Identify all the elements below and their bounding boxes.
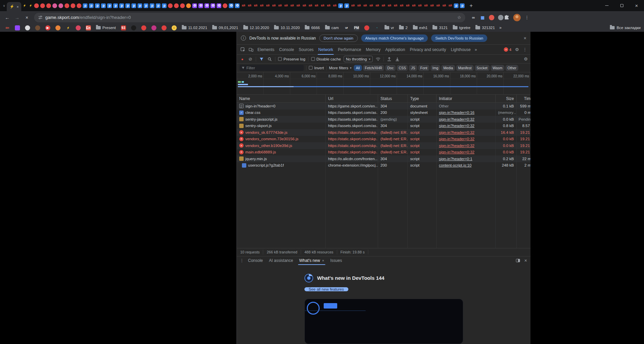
dont-show-again-button[interactable]: Don't show again: [319, 34, 358, 42]
match-language-button[interactable]: Always match Chrome's language: [361, 34, 428, 42]
browser-tab[interactable]: p: [344, 0, 350, 11]
filter-chip[interactable]: Img: [430, 65, 441, 71]
invert-checkbox[interactable]: Invert: [309, 66, 324, 70]
close-window-button[interactable]: ×: [629, 0, 644, 11]
column-header-initiator[interactable]: Initiator: [437, 95, 496, 102]
network-conditions-icon[interactable]: [375, 57, 381, 61]
browser-tab[interactable]: p: [94, 0, 100, 11]
browser-tab[interactable]: ЕЙ: [246, 0, 252, 11]
extension-icon[interactable]: ∞: [471, 15, 476, 20]
filter-chip[interactable]: Other: [505, 65, 518, 71]
bookmark-item[interactable]: 3121: [431, 24, 449, 31]
more-tabs-icon[interactable]: »: [473, 47, 479, 52]
browser-tab[interactable]: [46, 0, 52, 11]
bookmark-item[interactable]: [74, 24, 82, 31]
bookmark-item[interactable]: ▶: [44, 24, 52, 31]
extension-icon[interactable]: [498, 15, 503, 20]
browser-tab[interactable]: ЕЙ: [404, 0, 411, 11]
back-button[interactable]: ←: [3, 13, 12, 22]
filter-chip[interactable]: Manifest: [456, 65, 474, 71]
browser-tab[interactable]: Ф: [204, 0, 210, 11]
import-har-icon[interactable]: [387, 57, 392, 61]
browser-tab[interactable]: ЕЙ: [319, 0, 325, 11]
browser-tab[interactable]: ЕЙ: [411, 0, 417, 11]
close-tab-icon[interactable]: ×: [17, 5, 19, 9]
filter-input[interactable]: [246, 66, 302, 70]
initiator-link[interactable]: Other: [439, 104, 449, 108]
filter-chip[interactable]: Font: [418, 65, 429, 71]
device-toolbar-icon[interactable]: [247, 46, 255, 54]
network-request-row[interactable]: vendors_sk.677743de.js https://static.sk…: [237, 129, 530, 136]
browser-tab[interactable]: ЕЙ: [362, 0, 368, 11]
browser-tab[interactable]: p: [459, 0, 465, 11]
inspect-element-icon[interactable]: [239, 46, 247, 54]
devtools-tab[interactable]: Elements: [255, 45, 277, 55]
network-request-row[interactable]: sign-in?header=0 https://game.skport.com…: [237, 103, 530, 109]
extension-icon[interactable]: ▦: [480, 15, 485, 20]
browser-tab[interactable]: ЕЙ: [289, 0, 295, 11]
devtools-tab[interactable]: Application: [383, 45, 407, 55]
network-request-row[interactable]: vendors_common.73e30156.js https://stati…: [237, 136, 530, 143]
filter-chip[interactable]: JS: [409, 65, 417, 71]
bookmark-item[interactable]: 2: [398, 24, 409, 31]
devtools-tab[interactable]: Console: [277, 45, 296, 55]
column-header-url[interactable]: Url: [326, 95, 378, 102]
browser-tab[interactable]: ЕЙ: [301, 0, 307, 11]
bookmark-item[interactable]: 6666: [303, 24, 321, 31]
column-header-name[interactable]: Name: [237, 95, 326, 102]
bookmark-item[interactable]: [363, 24, 371, 31]
browser-tab[interactable]: ЕЙ: [423, 0, 429, 11]
browser-tab[interactable]: ЕЙ: [240, 0, 246, 11]
drawer-menu-icon[interactable]: ⋮: [239, 258, 245, 263]
browser-tab[interactable]: ⚡: [21, 0, 27, 11]
split-panel-icon[interactable]: [516, 259, 520, 262]
clear-network-log-icon[interactable]: ⊘: [248, 56, 253, 62]
minimize-button[interactable]: [599, 0, 614, 11]
browser-tab[interactable]: [70, 0, 76, 11]
browser-tab[interactable]: p: [143, 0, 149, 11]
browser-tab[interactable]: Ф: [228, 0, 234, 11]
bookmark-item[interactable]: ⚡: [64, 24, 72, 31]
drawer-tab[interactable]: AI assistance: [266, 256, 296, 265]
browser-tab[interactable]: p: [131, 0, 137, 11]
initiator-link[interactable]: sign-in?header=0:32: [439, 124, 474, 128]
network-overview[interactable]: [237, 79, 530, 95]
network-request-row[interactable]: main.edb68889.js https://static.skport.c…: [237, 149, 530, 156]
browser-tab[interactable]: ЕЙ: [398, 0, 404, 11]
bookmark-item[interactable]: 93: [120, 24, 127, 31]
bookmark-item[interactable]: EH: [3, 24, 11, 31]
bookmark-item[interactable]: En: [84, 24, 92, 31]
browser-tab[interactable]: [64, 0, 70, 11]
switch-language-button[interactable]: Switch DevTools to Russian: [431, 34, 487, 42]
extension-icon[interactable]: [489, 15, 494, 20]
bookmark-item[interactable]: [34, 24, 42, 31]
network-settings-gear-icon[interactable]: ⚙: [524, 56, 528, 62]
browser-menu-icon[interactable]: ⋮: [525, 15, 529, 20]
network-request-row[interactable]: vendors_other.b190e39d.js https://static…: [237, 142, 530, 149]
bookmark-item[interactable]: exh1: [412, 24, 429, 31]
filter-chip[interactable]: Socket: [475, 65, 490, 71]
bookmark-item[interactable]: ◔: [373, 24, 381, 31]
network-request-row[interactable]: sentry-skport.js https://assets.skport.c…: [237, 123, 530, 129]
network-request-row[interactable]: sentry-javascript.js https://assets.skpo…: [237, 116, 530, 123]
browser-tab[interactable]: [185, 0, 192, 11]
filter-chip[interactable]: Doc: [385, 65, 396, 71]
initiator-link[interactable]: sign-in?header=0:16: [439, 110, 474, 115]
new-tab-button[interactable]: +: [467, 1, 475, 10]
all-bookmarks-button[interactable]: Все закладки: [610, 26, 641, 30]
close-drawer-icon[interactable]: ×: [524, 258, 527, 263]
stop-reload-button[interactable]: ×: [22, 13, 31, 22]
browser-tab[interactable]: [52, 0, 58, 11]
browser-tab[interactable]: p: [119, 0, 125, 11]
network-request-row[interactable]: clear.css https://assets.skport.com/as… …: [237, 109, 530, 116]
bookmark-item[interactable]: Present: [95, 24, 117, 31]
drawer-tab[interactable]: Issues: [327, 256, 345, 265]
browser-tab[interactable]: [76, 0, 82, 11]
column-header-size[interactable]: Size: [496, 95, 517, 102]
throttling-select[interactable]: No throttling ▾: [344, 56, 373, 62]
browser-tab[interactable]: p: [88, 0, 94, 11]
browser-tab[interactable]: ЕЙ: [380, 0, 386, 11]
filter-funnel-icon[interactable]: [259, 57, 264, 61]
browser-tab[interactable]: ЕЙ: [350, 0, 356, 11]
browser-tab[interactable]: [179, 0, 185, 11]
